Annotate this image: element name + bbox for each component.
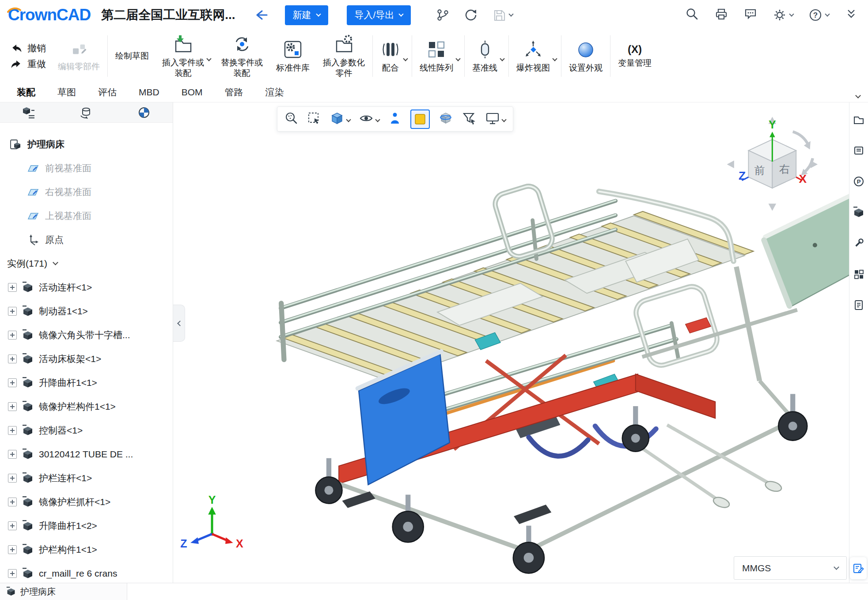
redo-button[interactable]: 重做 [10,58,46,70]
expand-icon[interactable] [8,283,17,292]
view-orientation-caret[interactable] [347,115,350,123]
tab-piping[interactable]: 管路 [225,86,243,98]
draw-sketch-button[interactable]: 绘制草图 [109,30,155,82]
view-cube[interactable]: 前 右 Y Z X [727,117,818,211]
tab-bom[interactable]: BOM [182,87,203,98]
expand-icon[interactable] [8,450,17,459]
version-branch-button[interactable] [436,8,450,22]
undo-button[interactable]: 撤销 [10,42,46,54]
search-button[interactable] [685,7,699,23]
tree-item[interactable]: 升降曲杆1<1> [0,371,173,395]
tree-item[interactable]: 控制器<1> [0,419,173,442]
tree-root[interactable]: 护理病床 [0,132,173,156]
settings-button[interactable] [773,8,793,22]
print-button[interactable] [714,7,728,23]
color-swatch-button[interactable] [410,109,430,129]
tree-item[interactable]: 镜像六角头带十字槽... [0,323,173,347]
cube-right-label[interactable]: 右 [779,163,790,175]
edit-component-button[interactable]: 编辑零部件 [51,30,106,82]
expand-icon[interactable] [8,498,17,506]
library-button[interactable] [853,145,864,158]
set-appearance-button[interactable]: 设置外观 [562,30,609,82]
insert-part-button[interactable]: 插入零件或装配 [155,34,211,78]
section-view-button[interactable] [438,111,453,127]
tree-instances-header[interactable]: 实例(171) [0,252,173,275]
insert-parametric-button[interactable]: 插入参数化零件 [316,30,371,82]
appearance-button[interactable] [388,111,402,127]
tree-tab-instances[interactable] [57,102,115,122]
help-button[interactable]: ? [808,8,829,22]
feedback-chat-button[interactable] [743,7,758,23]
zoom-button[interactable] [284,111,299,127]
tree-item[interactable]: 护栏构件1<1> [0,538,173,562]
tab-mbd[interactable]: MBD [139,87,159,98]
refresh-button[interactable] [464,8,478,22]
tree-item-front-plane[interactable]: 前视基准面 [0,156,173,180]
tab-render[interactable]: 渲染 [265,86,284,98]
visibility-caret[interactable] [376,115,379,123]
profile-button[interactable]: P [853,176,864,189]
tree-item[interactable]: 镜像护栏抓杆<1> [0,490,173,514]
tree-tab-features[interactable] [0,102,57,122]
expand-icon[interactable] [8,474,17,483]
tree-tab-display-states[interactable] [115,102,173,122]
tree-item[interactable]: 护栏连杆<1> [0,466,173,490]
expand-icon[interactable] [8,402,17,411]
tree-item[interactable]: 升降曲杆1<2> [0,514,173,538]
new-button[interactable]: 新建 [285,5,328,25]
mate-caret[interactable] [404,50,407,62]
collapse-toolbar-button[interactable] [844,7,858,23]
model-library-button[interactable] [853,207,864,220]
visibility-button[interactable] [359,111,374,127]
insert-part-caret[interactable] [207,50,211,62]
standard-library-button[interactable]: 标准件库 [269,30,316,82]
expand-icon[interactable] [8,378,17,387]
tree-item[interactable]: 活动连杆<1> [0,275,173,299]
datum-line-caret[interactable] [500,50,504,62]
save-button[interactable] [492,8,513,22]
statusbar-doc-tab[interactable]: 护理病床 [0,583,127,600]
expand-icon[interactable] [8,307,17,316]
datum-line-button[interactable]: 基准线 [466,39,504,73]
tree-item[interactable]: 30120412 TUBE DE ... [0,442,173,466]
tree-item[interactable]: 活动床板架<1> [0,347,173,371]
linear-pattern-caret[interactable] [456,50,460,62]
panel-collapse-button[interactable] [173,305,185,342]
bed-model[interactable] [277,184,868,574]
tab-sketch[interactable]: 草图 [57,86,76,98]
view-orientation-button[interactable] [330,111,345,127]
tools-button[interactable] [853,238,864,251]
tree-item[interactable]: 制动器1<1> [0,299,173,323]
expand-icon[interactable] [8,331,17,340]
expand-icon[interactable] [8,521,17,530]
tab-evaluate[interactable]: 评估 [98,86,117,98]
linear-pattern-button[interactable]: 线性阵列 [413,39,460,73]
tab-assembly[interactable]: 装配 [17,86,35,98]
expand-icon[interactable] [8,545,17,554]
exploded-view-button[interactable]: 爆炸视图 [510,39,557,73]
mate-button[interactable]: 配合 [374,39,407,73]
tree-item[interactable]: 镜像护栏构件1<1> [0,395,173,419]
expand-icon[interactable] [8,426,17,435]
tree-item[interactable]: cr_maill_re 6 crans [0,562,173,583]
apps-button[interactable] [853,268,864,282]
tree-item-right-plane[interactable]: 右视基准面 [0,180,173,204]
tree-item-top-plane[interactable]: 上视基准面 [0,204,173,228]
app-logo[interactable]: CrownCAD [8,6,91,24]
notes-button[interactable] [853,299,864,313]
display-settings-button[interactable] [485,111,500,127]
exploded-view-caret[interactable] [553,50,557,62]
replace-part-button[interactable]: 替换零件或装配 [214,30,269,82]
files-button[interactable] [853,114,864,127]
box-select-button[interactable] [307,111,321,127]
display-settings-caret[interactable] [502,115,506,123]
back-button[interactable] [253,8,269,22]
variable-manage-button[interactable]: (X) 变量管理 [611,30,658,82]
tabs-collapse-button[interactable] [856,89,860,100]
tree-item-origin[interactable]: 原点 [0,228,173,252]
import-export-button[interactable]: 导入/导出 [347,5,411,25]
expand-icon[interactable] [8,569,17,578]
feedback-note-button[interactable] [850,557,867,579]
expand-icon[interactable] [8,355,17,363]
cube-front-label[interactable]: 前 [754,164,765,176]
